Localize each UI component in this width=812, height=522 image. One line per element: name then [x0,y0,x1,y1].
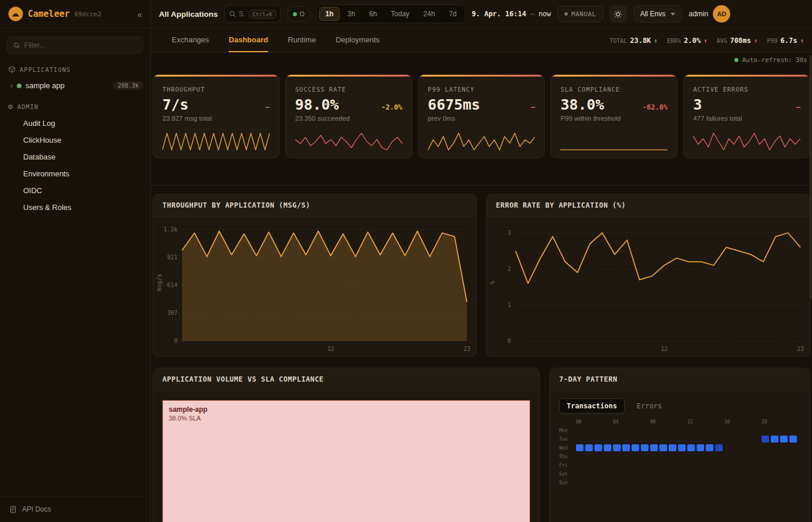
heatmap-cell[interactable] [697,436,704,443]
heatmap-cell[interactable] [771,436,778,443]
heatmap-cell[interactable] [687,427,695,434]
heatmap-cell[interactable] [743,453,751,460]
live-status-pill[interactable]: O [287,6,311,21]
heatmap-cell[interactable] [604,479,611,486]
heatmap-cell[interactable] [771,427,778,434]
sidebar-collapse-button[interactable]: « [137,9,142,19]
heatmap-cell[interactable] [780,444,788,451]
treemap-block-sample-app[interactable]: sample-app 38.0% SLA [162,400,530,522]
heatmap-cell[interactable] [585,453,593,460]
heatmap-cell[interactable] [650,479,658,486]
heatmap-cell[interactable] [678,462,686,469]
heatmap-cell[interactable] [678,436,686,443]
heatmap-cell[interactable] [734,436,741,443]
heatmap-cell[interactable] [734,444,741,451]
heatmap-cell[interactable] [780,479,788,486]
heatmap-cell[interactable] [659,444,667,451]
heatmap-cell[interactable] [697,479,704,486]
heatmap-cell[interactable] [641,444,648,451]
heatmap-cell[interactable] [632,436,639,443]
heatmap-cell[interactable] [594,444,602,451]
sidebar-item-clickhouse[interactable]: ClickHouse [0,132,150,148]
heatmap-cell[interactable] [678,453,686,460]
heatmap-cell[interactable] [576,462,583,469]
api-docs-link[interactable]: API Docs [0,496,150,522]
heatmap-cell[interactable] [678,444,686,451]
heatmap-cell[interactable] [622,479,630,486]
heatmap-cell[interactable] [789,436,797,443]
heatmap-cell[interactable] [780,470,788,477]
chevron-right-icon[interactable]: › [10,82,13,90]
heatmap-cell[interactable] [697,453,704,460]
heatmap-cell[interactable] [576,470,583,477]
heatmap-cell[interactable] [576,444,583,451]
heatmap-cell[interactable] [762,453,769,460]
global-search-button[interactable]: S… Ctrl+K [224,5,281,23]
heatmap-cell[interactable] [659,470,667,477]
heatmap-cell[interactable] [622,444,630,451]
heatmap-cell[interactable] [752,444,760,451]
heatmap-cell[interactable] [622,427,630,434]
heatmap-cell[interactable] [632,427,639,434]
heatmap-cell[interactable] [752,479,760,486]
heatmap-cell[interactable] [789,453,797,460]
heatmap-cell[interactable] [585,462,593,469]
sidebar-item-users-roles[interactable]: Users & Roles [0,199,150,216]
range-6h[interactable]: 6h [362,7,383,21]
heatmap-cell[interactable] [669,462,676,469]
heatmap-cell[interactable] [706,444,713,451]
heatmap-cell[interactable] [622,462,630,469]
heatmap-cell[interactable] [641,453,648,460]
filter-input[interactable] [24,41,137,49]
heatmap-cell[interactable] [697,444,704,451]
heatmap-cell[interactable] [604,427,611,434]
heatmap-cell[interactable] [604,462,611,469]
heatmap-cell[interactable] [687,479,695,486]
heatmap-cell[interactable] [687,436,695,443]
heatmap-cell[interactable] [780,427,788,434]
heatmap-cell[interactable] [659,427,667,434]
heatmap-cell[interactable] [613,462,621,469]
tab-exchanges[interactable]: Exchanges [172,28,209,52]
heatmap-cell[interactable] [641,470,648,477]
auto-refresh-label[interactable]: Auto-refresh: 30s [742,56,807,64]
time-window-display[interactable]: 9. Apr. 16:14 — now [472,10,551,18]
heatmap-cell[interactable] [715,479,723,486]
heatmap-cell[interactable] [715,436,723,443]
heatmap-cell[interactable] [715,453,723,460]
heatmap-cell[interactable] [650,470,658,477]
scrollbar-thumb[interactable] [810,55,811,299]
heatmap-cell[interactable] [752,436,760,443]
heatmap-cell[interactable] [622,453,630,460]
heatmap-cell[interactable] [697,427,704,434]
heatmap-cell[interactable] [743,479,751,486]
heatmap-cell[interactable] [659,453,667,460]
heatmap-cell[interactable] [752,453,760,460]
heatmap-cell[interactable] [762,479,769,486]
heatmap-cell[interactable] [771,444,778,451]
heatmap-cell[interactable] [734,453,741,460]
heatmap-cell[interactable] [734,479,741,486]
heatmap-cell[interactable] [789,444,797,451]
heatmap-cell[interactable] [669,479,676,486]
env-select[interactable]: All Envs [633,5,682,23]
heatmap-cell[interactable] [669,427,676,434]
heatmap-cell[interactable] [780,462,788,469]
heatmap-cell[interactable] [697,470,704,477]
heatmap-cell[interactable] [678,427,686,434]
heatmap-cell[interactable] [576,453,583,460]
heatmap-cell[interactable] [771,453,778,460]
sidebar-item-database[interactable]: Database [0,148,150,165]
heatmap-cell[interactable] [585,436,593,443]
heatmap-cell[interactable] [706,427,713,434]
manual-refresh-button[interactable]: MANUAL [557,6,603,22]
heatmap-cell[interactable] [687,453,695,460]
heatmap-cell[interactable] [594,462,602,469]
heatmap-cell[interactable] [724,479,732,486]
range-7d[interactable]: 7d [443,7,463,21]
sidebar-item-sample-app[interactable]: › sample app 208.3k [0,78,150,93]
heatmap-cell[interactable] [604,436,611,443]
heatmap-cell[interactable] [789,470,797,477]
scrollbar[interactable] [809,0,812,522]
range-today[interactable]: Today [385,7,416,21]
